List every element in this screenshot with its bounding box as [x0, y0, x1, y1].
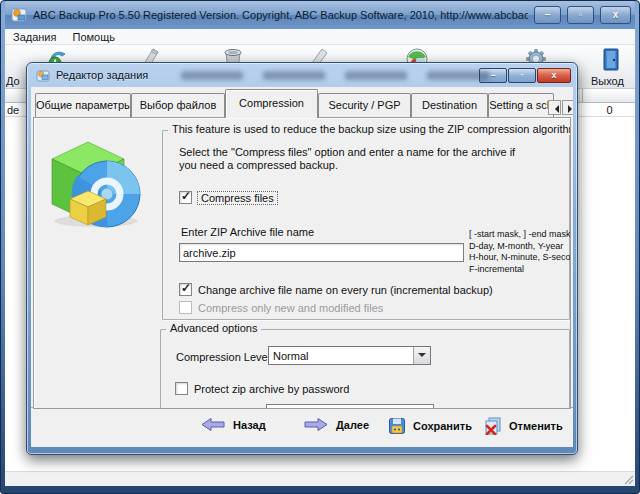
blurred-background-label	[345, 71, 407, 80]
main-titlebar[interactable]: ABC Backup Pro 5.50 Registered Version. …	[5, 1, 635, 29]
tab-destination[interactable]: Destination	[411, 93, 488, 117]
password-input[interactable]	[266, 404, 434, 409]
toolbar-exit-label[interactable]: Выход	[591, 75, 624, 87]
protect-password-label: Protect zip archive by password	[194, 383, 349, 395]
cancel-x-icon	[484, 417, 502, 435]
dialog-maximize-button[interactable]: ▫	[508, 68, 536, 83]
arrow-left-icon	[200, 417, 226, 432]
blurred-background-label	[427, 71, 489, 80]
compression-group-title: This feature is used to reduce the backu…	[168, 123, 571, 135]
task-editor-dialog: Редактор задания – ▫ x Общие параметры В…	[26, 62, 578, 455]
dialog-icon	[36, 68, 51, 83]
maximize-button[interactable]: ▫	[567, 6, 594, 24]
menu-tasks[interactable]: Задания	[13, 31, 56, 43]
cancel-button[interactable]: Отменить	[484, 417, 563, 435]
app-icon	[11, 7, 27, 23]
dialog-title: Редактор задания	[56, 69, 148, 81]
tab-general[interactable]: Общие параметры	[35, 93, 131, 117]
compress-files-label: Compress files	[198, 192, 277, 204]
checkbox-checked-icon[interactable]	[179, 191, 192, 204]
compression-tab-pane: This feature is used to reduce the backu…	[33, 117, 571, 409]
toolbar-label-fragment: До	[6, 75, 20, 87]
dialog-titlebar[interactable]: Редактор задания – ▫ x	[31, 63, 573, 87]
tab-scroll-right-icon[interactable]	[562, 100, 573, 115]
arrow-right-icon	[303, 417, 329, 432]
compression-product-icon	[44, 137, 144, 229]
task-name-cell: de	[7, 103, 19, 117]
zip-name-input[interactable]	[179, 243, 464, 262]
statusbar	[5, 471, 635, 486]
change-name-checkbox[interactable]: Change archive file name on every run (i…	[179, 283, 493, 296]
checkbox-checked-icon[interactable]	[179, 283, 192, 296]
advanced-options-group: Advanced options Compression Level Norma…	[160, 329, 570, 409]
tab-compression[interactable]: Compression	[225, 89, 318, 118]
next-button[interactable]: Далее	[303, 417, 369, 432]
filename-mask-hint: [ -start mask, ] -end mask D-day, M-mont…	[469, 229, 571, 275]
app-root: ABC Backup Pro 5.50 Registered Version. …	[0, 0, 640, 494]
checkbox-unchecked-icon	[179, 301, 192, 314]
blurred-background-label	[263, 71, 325, 80]
executions-column-header[interactable]	[582, 89, 635, 102]
back-button[interactable]: Назад	[200, 417, 266, 432]
tab-schedule[interactable]: Setting a sch	[488, 93, 554, 117]
close-button[interactable]: x	[600, 6, 631, 24]
compress-new-label: Compress only new and modified files	[198, 302, 383, 314]
task-executions-cell: 0	[582, 103, 635, 117]
compress-files-checkbox[interactable]: Compress files	[179, 191, 277, 204]
compress-new-checkbox: Compress only new and modified files	[179, 301, 383, 314]
checkbox-unchecked-icon[interactable]	[175, 382, 188, 395]
advanced-group-title: Advanced options	[166, 322, 261, 334]
chevron-down-icon[interactable]	[413, 347, 430, 364]
blurred-background-label	[181, 71, 243, 80]
tab-security[interactable]: Security / PGP	[318, 93, 411, 117]
minimize-button[interactable]: –	[534, 6, 561, 24]
window-title: ABC Backup Pro 5.50 Registered Version. …	[33, 9, 528, 21]
dialog-client-area: Общие параметры Выбор файлов Compression…	[31, 87, 573, 447]
compression-level-select[interactable]: Normal	[268, 346, 431, 365]
menu-help[interactable]: Помощь	[72, 31, 115, 43]
save-button[interactable]: Сохранить	[388, 417, 472, 435]
menubar: Задания Помощь	[5, 29, 635, 45]
compression-level-label: Compression Level	[176, 351, 270, 363]
save-floppy-icon	[388, 417, 406, 435]
tab-scroll-left-icon[interactable]	[548, 100, 561, 115]
compression-intro-text: Select the "Compress files" option and e…	[179, 146, 524, 172]
compression-group: This feature is used to reduce the backu…	[162, 130, 570, 320]
exit-door-icon[interactable]	[599, 47, 623, 71]
dialog-button-bar: Назад Далее	[31, 407, 573, 447]
zip-name-label: Enter ZIP Archive file name	[181, 226, 314, 238]
resize-grip-icon[interactable]	[622, 473, 634, 485]
compression-level-value: Normal	[269, 350, 413, 362]
protect-password-checkbox[interactable]: Protect zip archive by password	[175, 382, 349, 395]
tab-file-select[interactable]: Выбор файлов	[131, 93, 225, 117]
change-name-label: Change archive file name on every run (i…	[198, 284, 493, 296]
dialog-close-button[interactable]: x	[537, 68, 571, 83]
